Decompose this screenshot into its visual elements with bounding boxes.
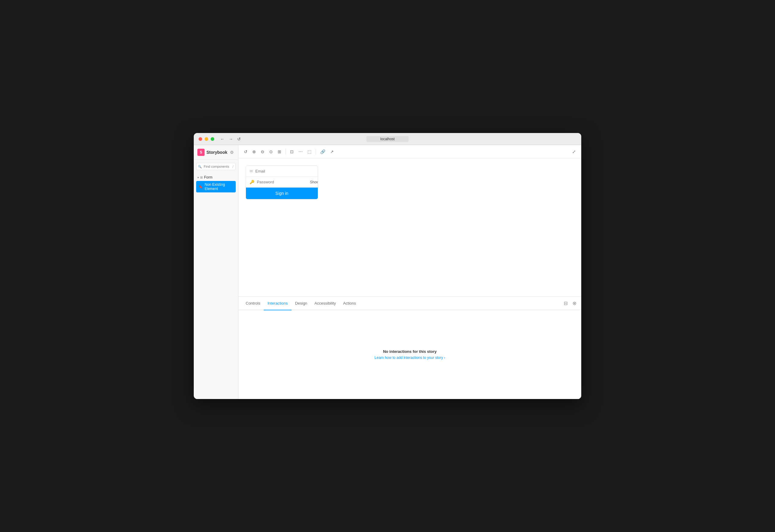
tab-accessibility[interactable]: Accessibility xyxy=(311,297,339,310)
bottom-panel: Controls Interactions Design Accessibili… xyxy=(238,296,581,399)
email-field: ✉ xyxy=(246,166,318,177)
search-shortcut: / xyxy=(232,165,234,168)
toolbar: ↺ ⊕ ⊖ ⊙ ⊞ ⊡ ⋯ ⬚ 🔗 ↗ ⤢ xyxy=(238,145,581,158)
sidebar: S Storybook ⚙ 🔍 / ▾ ⊞ Form 🔖 Non Existi xyxy=(194,145,238,399)
lock-icon: 🔑 xyxy=(249,180,254,184)
signin-button[interactable]: Sign in xyxy=(246,188,318,199)
close-button[interactable] xyxy=(198,137,202,141)
show-password-button[interactable]: Show xyxy=(310,180,318,184)
forward-button[interactable]: → xyxy=(227,136,234,142)
titlebar: ← → ↺ localhost xyxy=(194,133,581,145)
arrow-right-icon: › xyxy=(444,356,445,360)
tab-interactions[interactable]: Interactions xyxy=(264,297,291,310)
sidebar-header: S Storybook ⚙ xyxy=(194,145,238,160)
grid-icon: ⊞ xyxy=(200,176,203,179)
nav-buttons: ← → ↺ xyxy=(219,136,242,142)
email-input[interactable] xyxy=(255,169,314,173)
tree-item-non-existing[interactable]: 🔖 Non Existing Element xyxy=(196,181,236,192)
tab-design[interactable]: Design xyxy=(291,297,311,310)
close-panel-icon[interactable]: ⊗ xyxy=(571,300,578,307)
zoom-out-icon[interactable]: ⊖ xyxy=(259,148,266,155)
chevron-down-icon: ▾ xyxy=(197,176,199,179)
email-icon: ✉ xyxy=(249,169,253,173)
dots-grid-icon[interactable]: ⋯ xyxy=(297,148,304,155)
tree-child-label: Non Existing Element xyxy=(205,182,233,191)
tab-actions[interactable]: Actions xyxy=(339,297,360,310)
app-name: Storybook xyxy=(206,150,227,155)
search-icon: 🔍 xyxy=(198,165,202,168)
toolbar-divider-2 xyxy=(316,149,316,155)
right-panel: ↺ ⊕ ⊖ ⊙ ⊞ ⊡ ⋯ ⬚ 🔗 ↗ ⤢ ✉ xyxy=(238,145,581,399)
app-window: ← → ↺ localhost S Storybook ⚙ 🔍 / xyxy=(194,133,581,399)
minimize-button[interactable] xyxy=(205,137,208,141)
password-field: 🔑 Show xyxy=(246,177,318,188)
traffic-lights xyxy=(198,137,214,141)
bookmark-icon: 🔖 xyxy=(198,185,203,189)
grid-view-icon[interactable]: ⊡ xyxy=(288,148,295,155)
link-icon[interactable]: 🔗 xyxy=(318,148,327,155)
maximize-button[interactable] xyxy=(211,137,214,141)
panel-layout-icon[interactable]: ⊟ xyxy=(563,300,569,307)
main-content: S Storybook ⚙ 🔍 / ▾ ⊞ Form 🔖 Non Existi xyxy=(194,145,581,399)
no-interactions-label: No interactions for this story xyxy=(383,349,437,354)
settings-button[interactable]: ⚙ xyxy=(229,149,234,155)
storybook-logo: S xyxy=(197,149,205,156)
external-link-icon[interactable]: ↗ xyxy=(328,148,335,155)
learn-interactions-link[interactable]: Learn how to add interactions to your st… xyxy=(374,356,445,360)
logo-area: S Storybook xyxy=(197,149,227,156)
interactions-content: No interactions for this story Learn how… xyxy=(238,310,581,399)
rotate-icon[interactable]: ↺ xyxy=(242,148,249,155)
search-bar: 🔍 / xyxy=(196,163,236,170)
zoom-in-icon[interactable]: ⊕ xyxy=(250,148,258,155)
url-bar[interactable]: localhost xyxy=(366,136,409,142)
fullscreen-icon[interactable]: ⊞ xyxy=(276,148,283,155)
tree-parent-label: Form xyxy=(204,175,212,179)
tree-item-form[interactable]: ▾ ⊞ Form xyxy=(196,174,236,180)
expand-icon[interactable]: ⤢ xyxy=(570,148,578,155)
refresh-button[interactable]: ↺ xyxy=(236,136,242,142)
tabs-right: ⊟ ⊗ xyxy=(563,300,578,307)
form-preview: ✉ 🔑 Show Sign in xyxy=(246,166,318,199)
tab-controls[interactable]: Controls xyxy=(242,297,264,310)
password-input[interactable] xyxy=(257,180,307,184)
toolbar-divider-1 xyxy=(285,149,286,155)
tree-section: ▾ ⊞ Form 🔖 Non Existing Element xyxy=(194,173,238,194)
zoom-reset-icon[interactable]: ⊙ xyxy=(267,148,275,155)
preview-area: ✉ 🔑 Show Sign in xyxy=(238,158,581,296)
search-input[interactable] xyxy=(196,163,236,170)
tabs-bar: Controls Interactions Design Accessibili… xyxy=(238,297,581,310)
border-frame-icon[interactable]: ⬚ xyxy=(306,148,313,155)
back-button[interactable]: ← xyxy=(219,136,226,142)
